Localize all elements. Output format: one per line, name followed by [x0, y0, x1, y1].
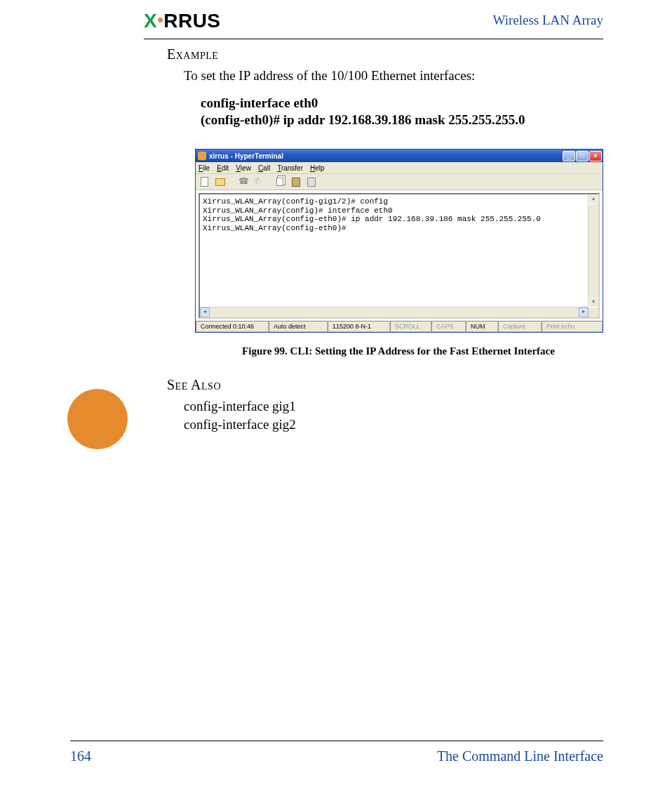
menu-bar: File Edit View Call Transfer Help — [196, 162, 603, 174]
toolbar — [196, 174, 603, 190]
close-button[interactable]: × — [589, 151, 602, 161]
header-product-name: Wireless LAN Array — [492, 13, 603, 28]
new-icon[interactable] — [199, 175, 211, 188]
menu-call[interactable]: Call — [258, 164, 270, 172]
scroll-corner — [589, 307, 598, 317]
figure-caption: Figure 99. CLI: Setting the IP Address f… — [181, 345, 616, 357]
see-also-heading: See Also — [167, 377, 603, 393]
see-also-list: config-interface gig1 config-interface g… — [184, 397, 603, 433]
scroll-right-icon[interactable]: ▸ — [579, 307, 589, 317]
see-also-section: See Also config-interface gig1 config-in… — [167, 377, 603, 433]
section-tab-circle-icon — [67, 389, 128, 449]
menu-help[interactable]: Help — [310, 164, 325, 172]
window-titlebar: xirrus - HyperTerminal _ □ × — [196, 150, 603, 162]
see-also-item-1: config-interface gig1 — [184, 397, 603, 416]
terminal-line-3: Xirrus_WLAN_Array(config-eth0)# ip addr … — [203, 215, 541, 223]
menu-transfer[interactable]: Transfer — [277, 164, 303, 172]
minimize-button[interactable]: _ — [563, 151, 575, 161]
vertical-scrollbar[interactable]: ▴ ▾ — [588, 194, 598, 307]
hyperterminal-figure: xirrus - HyperTerminal _ □ × File Edit V… — [195, 149, 602, 333]
hyperterminal-window: xirrus - HyperTerminal _ □ × File Edit V… — [195, 149, 603, 333]
window-title: xirrus - HyperTerminal — [209, 152, 563, 160]
see-also-item-2: config-interface gig2 — [184, 416, 603, 434]
example-cmd-1: config-interface eth0 — [201, 95, 603, 112]
status-detect: Auto detect — [269, 321, 328, 332]
example-commands: config-interface eth0 (config-eth0)# ip … — [201, 95, 603, 129]
terminal-output[interactable]: Xirrus_WLAN_Array(config-gig1/2)# config… — [200, 194, 598, 317]
maximize-button[interactable]: □ — [576, 151, 589, 161]
window-controls: _ □ × — [563, 151, 602, 161]
menu-edit[interactable]: Edit — [217, 164, 229, 172]
terminal-line-1: Xirrus_WLAN_Array(config-gig1/2)# config — [203, 197, 388, 206]
example-cmd-2: (config-eth0)# ip addr 192.168.39.186 ma… — [201, 112, 603, 129]
status-caps: CAPS — [431, 321, 466, 332]
logo-letter-x: X — [144, 10, 157, 32]
page-footer: 164 The Command Line Interface — [70, 741, 603, 769]
page: XRRUS Wireless LAN Array Example To set … — [0, 0, 672, 796]
call-icon[interactable] — [236, 175, 249, 188]
page-header: XRRUS Wireless LAN Array — [144, 13, 603, 39]
horizontal-scrollbar[interactable]: ◂ ▸ — [200, 307, 589, 317]
scroll-down-icon[interactable]: ▾ — [589, 298, 598, 307]
send-icon[interactable] — [274, 175, 287, 188]
disconnect-icon[interactable] — [252, 175, 264, 188]
status-connected: Connected 0:10:46 — [196, 321, 269, 332]
terminal-line-4: Xirrus_WLAN_Array(config-eth0)# — [203, 224, 347, 232]
xirrus-logo: XRRUS — [144, 10, 221, 31]
logo-rest: RRUS — [163, 10, 220, 32]
menu-view[interactable]: View — [236, 164, 251, 172]
page-body: Example To set the IP address of the 10/… — [167, 46, 603, 433]
status-num: NUM — [466, 321, 498, 332]
example-heading: Example — [167, 46, 603, 62]
status-printecho: Print echo — [542, 321, 603, 332]
example-intro: To set the IP address of the 10/100 Ethe… — [184, 67, 603, 85]
terminal-line-2: Xirrus_WLAN_Array(config)# interface eth… — [203, 206, 393, 215]
scroll-up-icon[interactable]: ▴ — [589, 194, 598, 204]
status-baud: 115200 8-N-1 — [328, 321, 390, 332]
terminal-frame: Xirrus_WLAN_Array(config-gig1/2)# config… — [199, 193, 600, 319]
status-scroll: SCROLL — [390, 321, 431, 332]
footer-section-title: The Command Line Interface — [437, 748, 603, 764]
scroll-left-icon[interactable]: ◂ — [200, 307, 210, 317]
logo-dot-icon — [158, 18, 163, 22]
page-number: 164 — [70, 748, 91, 764]
properties-icon[interactable] — [305, 175, 318, 188]
status-capture: Capture — [498, 321, 542, 332]
open-icon[interactable] — [214, 175, 227, 188]
status-bar: Connected 0:10:46 Auto detect 115200 8-N… — [196, 320, 603, 332]
menu-file[interactable]: File — [199, 164, 210, 172]
app-icon — [198, 152, 206, 160]
receive-icon[interactable] — [290, 175, 302, 188]
